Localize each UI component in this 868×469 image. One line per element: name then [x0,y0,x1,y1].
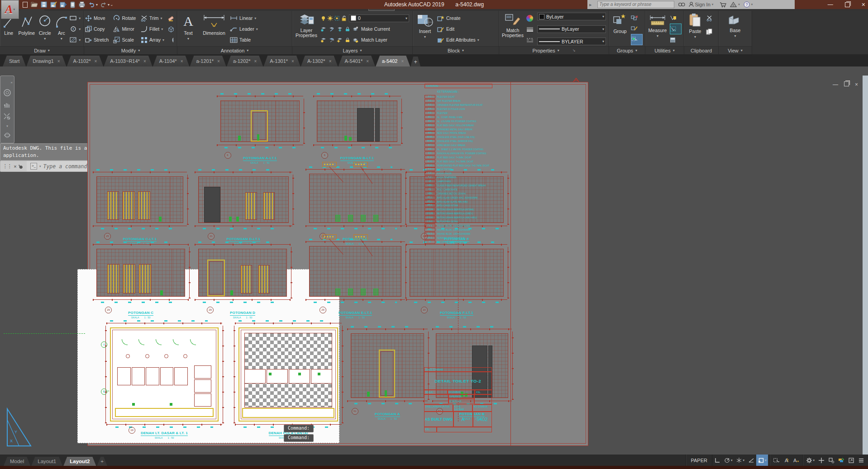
dimension-button[interactable]: Dimension [199,12,229,46]
quick-select-icon[interactable] [670,13,682,24]
quick-calc-icon[interactable] [670,24,682,34]
panel-title-groups[interactable]: Groups▾ [609,46,645,54]
panel-title-annotation[interactable]: Annotation▾ [177,46,292,54]
trim-button[interactable]: Trim▾ [141,13,167,24]
customization-menu-toggle[interactable] [856,455,866,466]
mirror-button[interactable]: Mirror [113,24,140,34]
group-button[interactable]: Group [610,12,630,46]
tab-layout1[interactable]: Layout1 [31,457,62,466]
doc-minimize-button[interactable]: — [833,81,838,88]
object-color-icon[interactable] [526,13,536,24]
tab-layout2[interactable]: Layout2 [63,457,96,466]
ungroup-icon[interactable] [631,13,643,23]
layer-lock2-icon[interactable] [345,37,350,43]
navbar-close-icon[interactable]: × [10,81,13,85]
copy-clip-icon[interactable] [706,26,717,37]
minimize-button[interactable]: — [828,0,833,9]
file-tab-a-1202[interactable]: a-1202*× [227,56,263,66]
text-button[interactable]: AText▾ [178,12,198,46]
drag-handle-icon[interactable]: ⋮⋮ [3,163,12,169]
redo-dropdown[interactable]: ▾ [108,3,110,7]
doc-close-button[interactable]: × [855,81,858,88]
file-tab-A-5401[interactable]: A-5401*× [339,56,376,66]
viewport-drawing[interactable]: POTONGAN CSKALA 1 : 5029 [96,249,185,297]
file-tab-A-1301[interactable]: A-1301*× [263,56,300,66]
help-icon[interactable]: ?▾ [744,1,753,8]
edit-attributes-button[interactable]: Edit Attributes▾ [437,34,497,45]
panel-title-layers[interactable]: Layers▾ [292,46,412,54]
match-layer-icon[interactable] [352,37,358,43]
measure-button[interactable]: Measure▾ [646,12,669,46]
workspace-settings-toggle[interactable]: ▾ [804,455,816,466]
make-current-button[interactable]: Make Current [361,26,390,32]
chevron-down-icon[interactable]: ▾ [39,165,41,168]
save-all-button[interactable] [59,1,67,8]
scale-button[interactable]: Scale [113,34,140,45]
save-as-button[interactable] [49,1,57,8]
new-drawing-tab-button[interactable]: + [410,57,420,66]
circle-button[interactable]: Circle▾ [37,12,53,46]
layer-on-icon[interactable] [320,15,326,21]
stretch-button[interactable]: Stretch [85,34,112,45]
doc-restore-button[interactable] [844,81,849,86]
cut-icon[interactable] [706,13,717,24]
command-close-icon[interactable]: × [14,164,16,169]
close-tab-icon[interactable]: × [57,59,60,64]
infocenter-collapse-icon[interactable]: ▸ [589,2,592,8]
base-button[interactable]: Base▾ [723,12,748,46]
panel-title-draw[interactable]: Draw▾ [0,46,84,54]
sign-in-button[interactable]: Sign In▾ [689,2,714,7]
close-tab-icon[interactable]: × [254,59,257,64]
array-button[interactable]: Array▾ [141,34,167,45]
linetype-combo[interactable]: BYLAYER▾ [537,38,606,45]
navbar-more-icon[interactable]: ▾ [6,124,8,128]
drawing-canvas[interactable]: POTONGAN A-LT.1SKALA 1 : 506POTONGAN B-L… [0,76,868,455]
match-layer-button[interactable]: Match Layer [361,37,387,43]
linear-dimension-button[interactable]: Linear▾ [230,13,270,24]
command-bar-grip[interactable]: ⋮⋮ × [0,161,27,171]
file-tab-A-1302[interactable]: A-1302*× [301,56,338,66]
viewport-drawing[interactable]: FEDENAH LT. DASAR & LT. 1SKALA 1 : 5019 [110,327,219,422]
selection-cycling-toggle[interactable] [771,455,781,466]
search-input[interactable]: Type a keyword or phrase [597,1,674,8]
canvas-right-scrollbar[interactable] [863,76,868,455]
layer-select-combo[interactable]: 0▾ [349,14,409,22]
graphics-performance-toggle[interactable] [836,455,846,466]
file-tab-a-1201[interactable]: a-1201*× [190,56,226,66]
object-snap-tracking-toggle[interactable] [746,455,756,466]
close-tab-icon[interactable]: × [401,59,404,64]
object-snap-toggle[interactable]: ▾ [756,455,768,466]
paste-button[interactable]: Paste▾ [685,12,705,46]
undo-button[interactable] [87,1,95,8]
steering-wheel-icon[interactable] [3,89,11,97]
fillet-button[interactable]: Fillet▾ [141,24,167,34]
viewport-drawing[interactable]: POTONGAN F-LT.1SKALA 1 : 5020 [410,249,504,297]
panel-title-modify[interactable]: Modify▾ [84,46,177,54]
viewport-drawing[interactable]: POTONGAN DSKALA 1 : 5029 [198,249,287,297]
file-tab-a-5402[interactable]: a-5402× [376,56,410,66]
pan-hand-icon[interactable] [3,101,11,109]
close-tab-icon[interactable]: × [366,59,369,64]
new-file-button[interactable] [21,1,29,8]
match-properties-button[interactable]: Match Properties [500,12,525,46]
calculator-icon[interactable] [670,34,682,45]
zoom-extents-icon[interactable] [3,113,11,120]
ellipse-flyout[interactable]: ▾ [70,24,83,34]
layer-sun-icon[interactable] [337,37,343,43]
panel-title-clipboard[interactable]: Clipboard [684,46,718,54]
linetype-icon[interactable] [526,34,536,45]
layer-lock-icon[interactable] [345,26,350,32]
table-button[interactable]: Table [230,34,270,45]
layer-walk-icon[interactable] [329,37,335,43]
panel-title-properties[interactable]: Properties▾↘ [499,46,609,54]
layer-freeze-icon[interactable] [320,26,327,32]
panel-title-view[interactable]: View▾ [719,46,752,54]
panel-title-utilities[interactable]: Utilities▾ [645,46,684,54]
viewport-drawing[interactable]: POTONGAN B-LT.1SKALA 1 : 506 [317,100,397,142]
close-tab-icon[interactable]: × [181,59,183,64]
group-selection-toggle[interactable] [631,34,643,45]
polar-tracking-toggle[interactable]: ▾ [722,455,734,466]
qat-customize-menu[interactable]: ⌄ [110,2,114,7]
annotation-autoscale-toggle[interactable]: A [791,455,801,466]
tab-model[interactable]: Model [4,457,30,466]
